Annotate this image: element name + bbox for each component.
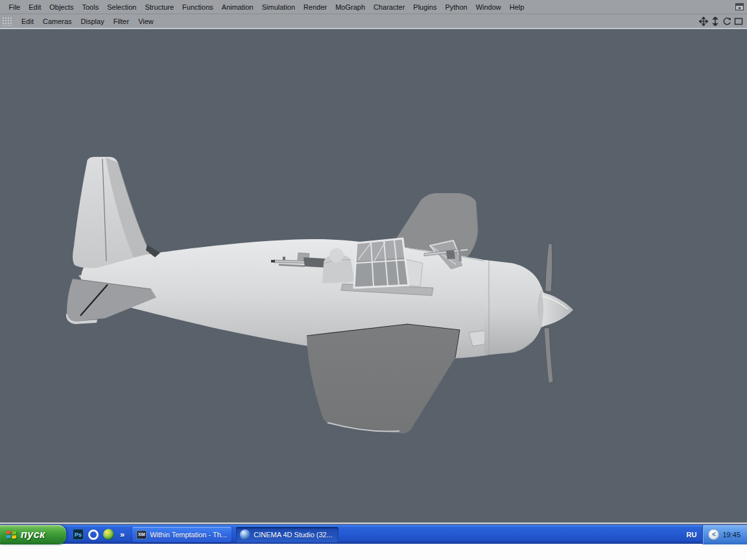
toolbar-grip-handle[interactable] xyxy=(1,16,13,26)
menu-file[interactable]: File xyxy=(5,1,25,13)
viewport-menu-filter[interactable]: Filter xyxy=(109,16,134,27)
menu-animation[interactable]: Animation xyxy=(217,1,257,13)
taskbar-clock[interactable]: 19:45 xyxy=(722,531,741,539)
windows-logo-icon xyxy=(5,528,18,541)
menu-window[interactable]: Window xyxy=(471,1,505,13)
tray-zone: RU < 19:45 xyxy=(681,525,747,544)
task-button-area: XM Within Temptation - Th... CINEMA 4D S… xyxy=(132,527,338,542)
menu-python[interactable]: Python xyxy=(441,1,471,13)
viewport-toolbar: Edit Cameras Display Filter View xyxy=(0,14,747,29)
start-button-label: пуск xyxy=(21,529,45,541)
start-button[interactable]: пуск xyxy=(0,525,66,544)
pan-icon[interactable] xyxy=(698,16,708,26)
taskbar: пуск Ps » XM Within Temptation - Th... C… xyxy=(0,524,747,544)
globe-browser-icon[interactable] xyxy=(103,529,114,540)
menu-mograph[interactable]: MoGraph xyxy=(331,1,370,13)
toggle-view-icon[interactable] xyxy=(733,16,743,26)
canopy xyxy=(354,239,409,288)
menu-help[interactable]: Help xyxy=(505,1,528,13)
taskbar-window-label: Within Temptation - Th... xyxy=(150,531,227,539)
xmplay-icon: XM xyxy=(136,530,147,539)
menu-plugins[interactable]: Plugins xyxy=(409,1,441,13)
menu-structure[interactable]: Structure xyxy=(141,1,178,13)
rotate-icon[interactable] xyxy=(722,16,731,26)
layout-window-icon[interactable] xyxy=(735,3,744,10)
menu-functions[interactable]: Functions xyxy=(178,1,218,13)
menu-tools[interactable]: Tools xyxy=(78,1,103,13)
quick-launch-overflow-chevron[interactable]: » xyxy=(120,529,124,540)
opera-icon[interactable] xyxy=(88,530,99,540)
viewport-menu-display[interactable]: Display xyxy=(77,16,109,27)
taskbar-window-xmplay[interactable]: XM Within Temptation - Th... xyxy=(132,527,231,542)
notification-area: < 19:45 xyxy=(702,525,747,544)
viewport-canvas[interactable] xyxy=(0,29,747,522)
viewport-menu-edit[interactable]: Edit xyxy=(17,16,38,27)
menu-objects[interactable]: Objects xyxy=(45,1,78,13)
menu-character[interactable]: Character xyxy=(370,1,409,13)
quick-launch-bar: Ps » xyxy=(66,529,130,540)
viewport-menu-cameras[interactable]: Cameras xyxy=(38,16,77,27)
hide-inactive-icons-chevron[interactable]: < xyxy=(708,529,719,540)
cinema4d-icon xyxy=(240,530,250,540)
menu-simulation[interactable]: Simulation xyxy=(257,1,299,13)
photoshop-icon[interactable]: Ps xyxy=(73,529,84,540)
viewport-menu-view[interactable]: View xyxy=(134,16,158,27)
aircraft-3d-model xyxy=(0,29,747,522)
main-menubar: File Edit Objects Tools Selection Struct… xyxy=(0,0,747,14)
menu-edit[interactable]: Edit xyxy=(25,1,45,13)
dolly-icon[interactable] xyxy=(710,16,720,26)
screen-bottom-blank xyxy=(0,544,747,560)
menu-selection[interactable]: Selection xyxy=(103,1,141,13)
taskbar-window-cinema4d[interactable]: CINEMA 4D Studio (32... xyxy=(236,527,338,542)
taskbar-window-label: CINEMA 4D Studio (32... xyxy=(254,531,333,539)
language-indicator[interactable]: RU xyxy=(681,531,703,539)
menu-render[interactable]: Render xyxy=(300,1,331,13)
